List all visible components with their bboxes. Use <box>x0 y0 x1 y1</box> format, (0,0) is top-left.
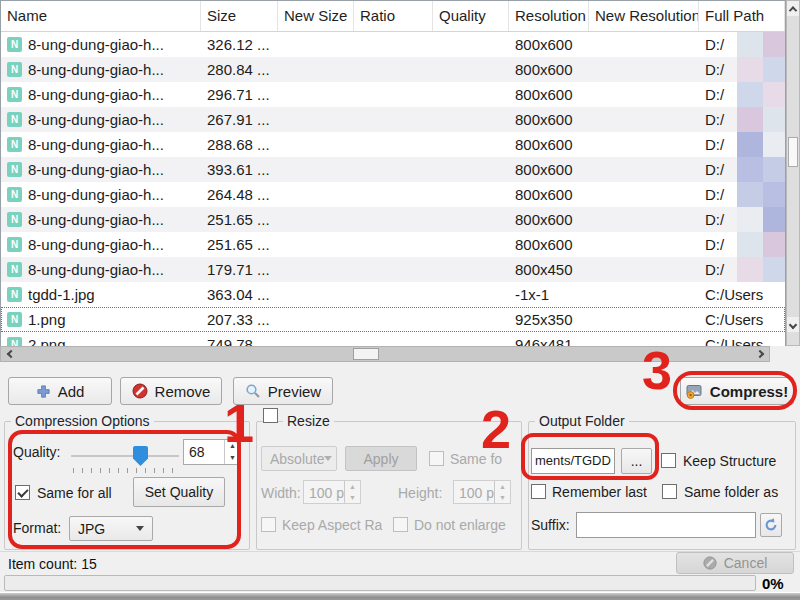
column-header[interactable]: New Size <box>278 1 354 31</box>
vertical-scrollbar[interactable] <box>786 0 800 346</box>
add-button[interactable]: Add <box>8 377 112 405</box>
remove-button[interactable]: Remove <box>120 377 222 405</box>
cell-resolution: 800x600 <box>509 182 589 207</box>
compress-button[interactable]: Compress! <box>680 377 794 405</box>
table-row[interactable]: N8-ung-dung-giao-h... 393.61 ... 800x600… <box>1 157 785 182</box>
cancel-button[interactable]: Cancel <box>676 552 794 574</box>
quality-slider[interactable] <box>71 444 179 468</box>
column-header[interactable]: Name <box>1 1 201 31</box>
do-not-enlarge-checkbox[interactable] <box>393 517 408 532</box>
column-header[interactable]: Ratio <box>354 1 433 31</box>
output-path-field[interactable]: ments/TGDD <box>531 448 615 474</box>
table-row[interactable]: N8-ung-dung-giao-h... 280.84 ... 800x600… <box>1 57 785 82</box>
height-label: Height: <box>398 485 442 501</box>
column-header[interactable]: Size <box>201 1 278 31</box>
table-row[interactable]: N8-ung-dung-giao-h... 264.48 ... 800x600… <box>1 182 785 207</box>
cell-ratio <box>354 332 433 346</box>
cell-quality <box>433 157 509 182</box>
cell-name: N8-ung-dung-giao-h... <box>1 57 201 82</box>
format-label: Format: <box>13 520 61 536</box>
cell-ratio <box>354 57 433 82</box>
horizontal-scroll-thumb[interactable] <box>353 348 379 360</box>
table-row[interactable]: N8-ung-dung-giao-h... 251.65 ... 800x600… <box>1 232 785 257</box>
browse-button[interactable]: ... <box>621 448 652 474</box>
spin-down-icon[interactable]: ▼ <box>345 492 360 503</box>
horizontal-scrollbar[interactable] <box>0 346 770 362</box>
cell-resolution: 800x600 <box>509 132 589 157</box>
suffix-reset-button[interactable] <box>760 513 782 537</box>
spin-up-icon[interactable]: ▲ <box>225 440 240 452</box>
table-row[interactable]: N8-ung-dung-giao-h... 267.91 ... 800x600… <box>1 107 785 132</box>
spin-up-icon[interactable]: ▲ <box>495 481 510 492</box>
cell-ratio <box>354 232 433 257</box>
table-row[interactable]: N8-ung-dung-giao-h... 179.71 ... 800x450… <box>1 257 785 282</box>
cell-size: 749.78 <box>201 332 278 346</box>
cell-ratio <box>354 182 433 207</box>
cell-resolution: 946x481 <box>509 332 589 346</box>
spin-down-icon[interactable]: ▼ <box>495 492 510 503</box>
slider-groove[interactable] <box>71 455 179 457</box>
table-row[interactable]: Ntgdd-1.jpg 363.04 ... -1x-1 C:/Users <box>1 282 785 307</box>
spin-arrows[interactable]: ▲▼ <box>344 481 360 503</box>
cell-ratio <box>354 157 433 182</box>
keep-aspect-checkbox[interactable] <box>261 517 276 532</box>
set-quality-button[interactable]: Set Quality <box>133 477 225 507</box>
spin-up-icon[interactable]: ▲ <box>345 481 360 492</box>
same-for-checkbox[interactable] <box>429 451 444 466</box>
table-row[interactable]: N8-ung-dung-giao-h... 288.68 ... 800x600… <box>1 132 785 157</box>
cell-size: 363.04 ... <box>201 282 278 307</box>
cell-name: N2.png <box>1 332 201 346</box>
cell-resolution: 800x600 <box>509 107 589 132</box>
cell-name: N8-ung-dung-giao-h... <box>1 32 201 57</box>
suffix-field[interactable] <box>576 512 756 538</box>
table-row[interactable]: N1.png 207.33 ... 925x350 C:/Users <box>1 307 785 332</box>
quality-spinbox[interactable]: 68 ▲▼ <box>183 439 241 465</box>
quality-label: Quality: <box>13 444 60 460</box>
format-dropdown[interactable]: JPG <box>69 516 153 541</box>
file-type-icon: N <box>7 187 22 202</box>
cell-resolution: 925x350 <box>509 307 589 332</box>
resize-checkbox[interactable] <box>263 408 278 423</box>
scroll-down-button[interactable] <box>787 317 799 332</box>
height-spinbox[interactable]: 100 px ▲▼ <box>453 480 511 504</box>
keep-structure-checkbox[interactable] <box>661 453 676 468</box>
cell-name: N8-ung-dung-giao-h... <box>1 207 201 232</box>
cell-new-resolution <box>589 182 699 207</box>
same-for-all-checkbox[interactable] <box>15 485 30 500</box>
cell-resolution: 800x450 <box>509 257 589 282</box>
remember-last-checkbox[interactable] <box>531 484 546 499</box>
spin-arrows[interactable]: ▲▼ <box>224 440 240 464</box>
cell-new-resolution <box>589 232 699 257</box>
chevron-left-icon <box>6 350 14 358</box>
cell-size: 288.68 ... <box>201 132 278 157</box>
compress-icon <box>686 384 703 399</box>
column-header[interactable]: Resolution <box>509 1 589 31</box>
scroll-up-button[interactable] <box>787 1 799 16</box>
scroll-right-button[interactable] <box>752 347 767 361</box>
cell-ratio <box>354 257 433 282</box>
preview-button[interactable]: Preview <box>233 377 333 405</box>
cell-quality <box>433 332 509 346</box>
apply-button[interactable]: Apply <box>345 446 417 471</box>
cell-new-size <box>278 232 354 257</box>
width-label: Width: <box>261 485 301 501</box>
table-row[interactable]: N2.png 749.78 946x481 C:/Users <box>1 332 785 346</box>
column-header[interactable]: New Resolution <box>589 1 699 31</box>
table-row[interactable]: N8-ung-dung-giao-h... 251.65 ... 800x600… <box>1 207 785 232</box>
scroll-left-button[interactable] <box>3 347 18 361</box>
table-row[interactable]: N8-ung-dung-giao-h... 296.71 ... 800x600… <box>1 82 785 107</box>
column-header[interactable]: Quality <box>433 1 509 31</box>
resize-mode-dropdown[interactable]: Absolute <box>261 446 337 471</box>
same-folder-checkbox[interactable] <box>662 484 677 499</box>
spin-arrows[interactable]: ▲▼ <box>494 481 510 503</box>
vertical-scroll-thumb[interactable] <box>788 137 798 167</box>
cell-full-path: D:/ <box>699 157 785 182</box>
cell-new-resolution <box>589 307 699 332</box>
spin-down-icon[interactable]: ▼ <box>225 452 240 464</box>
cell-ratio <box>354 282 433 307</box>
table-row[interactable]: N8-ung-dung-giao-h... 326.12 ... 800x600… <box>1 32 785 57</box>
file-type-icon: N <box>7 287 22 302</box>
width-spinbox[interactable]: 100 px ▲▼ <box>303 480 361 504</box>
column-header[interactable]: Full Path <box>699 1 785 31</box>
slider-handle[interactable] <box>133 446 148 466</box>
